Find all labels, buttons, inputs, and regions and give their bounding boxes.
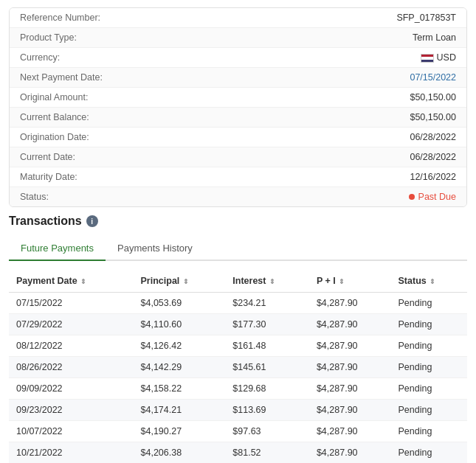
info-value: 12/16/2022 [410, 172, 456, 182]
table-cell: $4,287.90 [309, 400, 391, 421]
info-value: 06/28/2022 [410, 132, 456, 142]
sort-icon: ⇕ [267, 278, 275, 285]
column-header[interactable]: Principal ⇕ [134, 270, 226, 293]
info-label: Original Amount: [20, 92, 88, 102]
table-cell: $4,287.90 [309, 314, 391, 335]
table-cell: $4,174.21 [134, 400, 226, 421]
table-cell: $4,158.22 [134, 378, 226, 400]
table-cell: $4,287.90 [309, 335, 391, 357]
table-cell: Pending [391, 293, 467, 314]
table-cell: 07/15/2022 [9, 293, 134, 314]
status-dot-icon [409, 194, 415, 200]
info-label: Current Date: [20, 152, 75, 162]
info-icon[interactable]: i [86, 215, 98, 227]
table-cell: $97.63 [225, 421, 309, 442]
table-row: 10/07/2022$4,190.27$97.63$4,287.90Pendin… [9, 421, 467, 442]
table-cell: 10/21/2022 [9, 442, 134, 464]
info-value: Past Due [409, 192, 456, 202]
info-value: 06/28/2022 [410, 152, 456, 162]
table-cell: $161.48 [225, 335, 309, 357]
sort-icon: ⇕ [337, 278, 345, 285]
table-header: Payment Date ⇕Principal ⇕Interest ⇕P + I… [9, 270, 467, 293]
table-cell: $4,142.29 [134, 357, 226, 378]
table-cell: $4,287.90 [309, 421, 391, 442]
column-header[interactable]: Payment Date ⇕ [9, 270, 134, 293]
table-cell: 07/29/2022 [9, 314, 134, 335]
table-cell: Pending [391, 442, 467, 464]
info-label: Current Balance: [20, 112, 89, 122]
table-cell: $145.61 [225, 357, 309, 378]
table-cell: 09/23/2022 [9, 400, 134, 421]
tab-history[interactable]: Payments History [106, 237, 204, 261]
info-row: Next Payment Date:07/15/2022 [10, 68, 466, 88]
sort-icon: ⇕ [428, 278, 436, 285]
table-cell: 10/07/2022 [9, 421, 134, 442]
column-header[interactable]: Status ⇕ [391, 270, 467, 293]
info-row: Maturity Date:12/16/2022 [10, 167, 466, 187]
info-row: Reference Number:SFP_017853T [10, 8, 466, 28]
table-cell: $4,110.60 [134, 314, 226, 335]
info-value: $50,150.00 [410, 112, 456, 122]
table-cell: Pending [391, 335, 467, 357]
table-cell: Pending [391, 400, 467, 421]
info-label: Status: [20, 192, 49, 202]
transactions-section: Transactions i Future PaymentsPayments H… [9, 215, 467, 463]
table-cell: $4,287.90 [309, 293, 391, 314]
table-cell: $4,126.42 [134, 335, 226, 357]
table-cell: $113.69 [225, 400, 309, 421]
table-cell: Pending [391, 421, 467, 442]
table-cell: $4,287.90 [309, 357, 391, 378]
table-cell: 08/26/2022 [9, 357, 134, 378]
info-label: Product Type: [20, 32, 77, 43]
info-section: Reference Number:SFP_017853TProduct Type… [9, 7, 467, 207]
table-cell: $4,190.27 [134, 421, 226, 442]
table-cell: $4,053.69 [134, 293, 226, 314]
table-cell: Pending [391, 357, 467, 378]
info-value: Term Loan [413, 32, 456, 43]
sort-icon: ⇕ [181, 278, 189, 285]
info-value: USD [421, 52, 456, 63]
payments-table: Payment Date ⇕Principal ⇕Interest ⇕P + I… [9, 270, 467, 463]
tabs-container: Future PaymentsPayments History [9, 237, 467, 261]
table-cell: $81.52 [225, 442, 309, 464]
table-row: 08/12/2022$4,126.42$161.48$4,287.90Pendi… [9, 335, 467, 357]
info-value: $50,150.00 [410, 92, 456, 102]
info-row: Current Date:06/28/2022 [10, 147, 466, 167]
table-row: 07/29/2022$4,110.60$177.30$4,287.90Pendi… [9, 314, 467, 335]
info-row: Original Amount:$50,150.00 [10, 88, 466, 108]
table-cell: $4,206.38 [134, 442, 226, 464]
info-row: Product Type:Term Loan [10, 28, 466, 48]
info-label: Next Payment Date: [20, 72, 103, 83]
transactions-title: Transactions [9, 215, 82, 228]
table-cell: $4,287.90 [309, 378, 391, 400]
flag-icon [421, 54, 434, 63]
table-row: 09/09/2022$4,158.22$129.68$4,287.90Pendi… [9, 378, 467, 400]
transactions-header: Transactions i [9, 215, 467, 228]
info-label: Currency: [20, 52, 60, 63]
table-cell: 08/12/2022 [9, 335, 134, 357]
sort-icon: ⇕ [79, 278, 87, 285]
table-cell: Pending [391, 378, 467, 400]
info-row: Current Balance:$50,150.00 [10, 108, 466, 128]
info-label: Origination Date: [20, 132, 89, 142]
table-cell: $234.21 [225, 293, 309, 314]
table-row: 07/15/2022$4,053.69$234.21$4,287.90Pendi… [9, 293, 467, 314]
info-label: Maturity Date: [20, 172, 77, 182]
info-row: Currency:USD [10, 48, 466, 68]
info-label: Reference Number: [20, 13, 100, 23]
info-row: Origination Date:06/28/2022 [10, 128, 466, 147]
table-body: 07/15/2022$4,053.69$234.21$4,287.90Pendi… [9, 293, 467, 464]
column-header[interactable]: P + I ⇕ [309, 270, 391, 293]
info-value: SFP_017853T [396, 13, 456, 23]
info-value: 07/15/2022 [410, 72, 456, 83]
table-cell: $4,287.90 [309, 442, 391, 464]
table-row: 10/21/2022$4,206.38$81.52$4,287.90Pendin… [9, 442, 467, 464]
column-header[interactable]: Interest ⇕ [225, 270, 309, 293]
table-cell: $177.30 [225, 314, 309, 335]
table-cell: 09/09/2022 [9, 378, 134, 400]
table-cell: $129.68 [225, 378, 309, 400]
table-cell: Pending [391, 314, 467, 335]
table-row: 08/26/2022$4,142.29$145.61$4,287.90Pendi… [9, 357, 467, 378]
tab-future[interactable]: Future Payments [9, 237, 106, 261]
info-row: Status:Past Due [10, 187, 466, 206]
